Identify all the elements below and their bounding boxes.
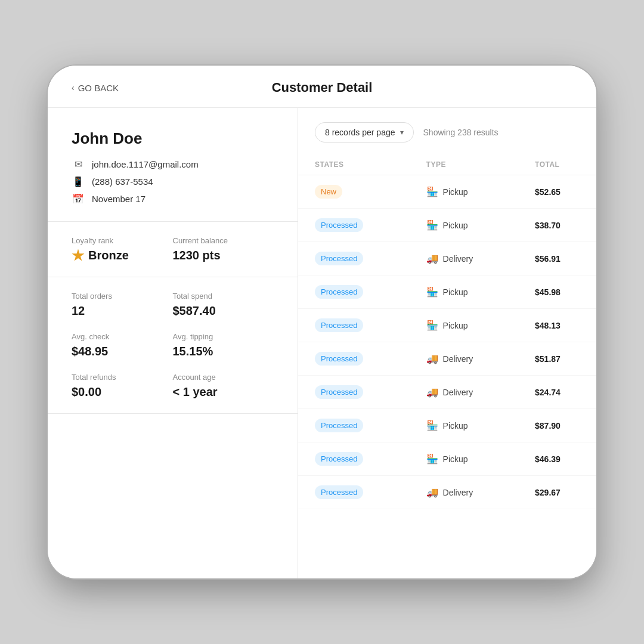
table-row[interactable]: Processed🚚Delivery$56.91 <box>298 242 596 275</box>
total-cell: $29.67 <box>518 476 596 509</box>
table-row[interactable]: Processed🏪Pickup$45.98 <box>298 275 596 309</box>
state-badge: Processed <box>315 252 363 265</box>
total-cell: $24.74 <box>518 376 596 409</box>
orders-table: STATES TYPE TOTAL New🏪Pickup$52.65Proces… <box>298 154 596 509</box>
state-badge: Processed <box>315 218 363 232</box>
table-row[interactable]: Processed🚚Delivery$51.87 <box>298 342 596 376</box>
account-age-stat: Account age < 1 year <box>173 373 274 399</box>
type-cell: 🏪Pickup <box>410 409 518 442</box>
type-cell: 🚚Delivery <box>410 242 518 275</box>
type-cell: 🚚Delivery <box>410 342 518 376</box>
per-page-label: 8 records per page <box>325 128 395 137</box>
table-row[interactable]: Processed🏪Pickup$87.90 <box>298 409 596 442</box>
state-cell: Processed <box>298 376 410 409</box>
customer-email: john.doe.1117@gmail.com <box>92 159 199 169</box>
go-back-button[interactable]: ‹ GO BACK <box>72 83 197 93</box>
col-states: STATES <box>298 154 410 175</box>
total-cell: $38.70 <box>518 209 596 242</box>
state-cell: Processed <box>298 309 410 342</box>
loyalty-badge-icon <box>72 249 85 262</box>
delivery-icon: 🚚 <box>426 353 438 364</box>
total-orders-label: Total orders <box>72 292 173 301</box>
birthday-row: 📅 November 17 <box>72 193 274 205</box>
total-refunds-stat: Total refunds $0.00 <box>72 373 173 399</box>
email-row: ✉ john.doe.1117@gmail.com <box>72 159 274 170</box>
divider-1 <box>48 221 298 222</box>
type-label: Pickup <box>443 421 468 431</box>
state-badge: Processed <box>315 419 363 432</box>
phone-icon: 📱 <box>72 176 85 187</box>
state-badge: Processed <box>315 318 363 332</box>
current-balance-value: 1230 pts <box>173 249 274 262</box>
type-cell: 🚚Delivery <box>410 376 518 409</box>
page-title: Customer Detail <box>197 80 447 95</box>
total-spend-label: Total spend <box>173 292 274 301</box>
total-cell: $52.65 <box>518 175 596 209</box>
phone-row: 📱 (288) 637-5534 <box>72 176 274 187</box>
state-badge: Processed <box>315 385 363 399</box>
state-badge: New <box>315 185 342 199</box>
email-icon: ✉ <box>72 159 85 170</box>
total-cell: $56.91 <box>518 242 596 275</box>
contact-info: ✉ john.doe.1117@gmail.com 📱 (288) 637-55… <box>72 159 274 205</box>
table-row[interactable]: Processed🏪Pickup$38.70 <box>298 209 596 242</box>
state-cell: Processed <box>298 209 410 242</box>
state-badge: Processed <box>315 285 363 299</box>
pickup-icon: 🏪 <box>426 186 438 197</box>
current-balance-stat: Current balance 1230 pts <box>173 236 274 262</box>
main-content: John Doe ✉ john.doe.1117@gmail.com 📱 (28… <box>48 108 596 578</box>
section-divider-1 <box>48 277 298 277</box>
type-label: Pickup <box>443 321 468 330</box>
orders-table-container: STATES TYPE TOTAL New🏪Pickup$52.65Proces… <box>298 154 596 578</box>
left-panel: John Doe ✉ john.doe.1117@gmail.com 📱 (28… <box>48 108 298 578</box>
state-cell: Processed <box>298 409 410 442</box>
avg-check-label: Avg. check <box>72 332 173 341</box>
type-label: Pickup <box>443 221 468 230</box>
state-badge: Processed <box>315 485 363 499</box>
section-divider-2 <box>48 413 298 414</box>
state-cell: Processed <box>298 476 410 509</box>
delivery-icon: 🚚 <box>426 487 438 498</box>
loyalty-row: Loyalty rank Bronze Current balance 1230… <box>72 236 274 262</box>
check-row: Avg. check $48.95 Avg. tipping 15.15% <box>72 332 274 358</box>
total-spend-stat: Total spend $587.40 <box>173 292 274 318</box>
avg-tipping-label: Avg. tipping <box>173 332 274 341</box>
type-label: Delivery <box>443 354 473 364</box>
table-row[interactable]: New🏪Pickup$52.65 <box>298 175 596 209</box>
table-row[interactable]: Processed🏪Pickup$46.39 <box>298 442 596 476</box>
type-cell: 🚚Delivery <box>410 476 518 509</box>
table-row[interactable]: Processed🚚Delivery$29.67 <box>298 476 596 509</box>
pickup-icon: 🏪 <box>426 420 438 431</box>
col-type: TYPE <box>410 154 518 175</box>
table-row[interactable]: Processed🏪Pickup$48.13 <box>298 309 596 342</box>
go-back-label: GO BACK <box>78 83 119 93</box>
table-controls: 8 records per page ▾ Showing 238 results <box>298 122 596 154</box>
per-page-select[interactable]: 8 records per page ▾ <box>315 122 414 143</box>
chevron-down-icon: ▾ <box>400 128 404 137</box>
screen: ‹ GO BACK Customer Detail John Doe ✉ joh… <box>48 66 596 578</box>
right-panel: 8 records per page ▾ Showing 238 results… <box>298 108 596 578</box>
device-frame: ‹ GO BACK Customer Detail John Doe ✉ joh… <box>48 66 596 578</box>
state-cell: Processed <box>298 275 410 309</box>
loyalty-rank-value: Bronze <box>72 249 173 262</box>
total-orders-value: 12 <box>72 304 173 318</box>
table-row[interactable]: Processed🚚Delivery$24.74 <box>298 376 596 409</box>
total-cell: $46.39 <box>518 442 596 476</box>
pickup-icon: 🏪 <box>426 320 438 331</box>
type-cell: 🏪Pickup <box>410 442 518 476</box>
type-cell: 🏪Pickup <box>410 209 518 242</box>
orders-row: Total orders 12 Total spend $587.40 <box>72 292 274 318</box>
customer-phone: (288) 637-5534 <box>92 177 153 187</box>
total-orders-stat: Total orders 12 <box>72 292 173 318</box>
customer-name: John Doe <box>72 129 274 148</box>
type-label: Pickup <box>443 454 468 464</box>
table-header-row: STATES TYPE TOTAL <box>298 154 596 175</box>
total-cell: $48.13 <box>518 309 596 342</box>
state-badge: Processed <box>315 352 363 366</box>
avg-check-value: $48.95 <box>72 345 173 358</box>
state-cell: Processed <box>298 442 410 476</box>
state-cell: New <box>298 175 410 209</box>
type-label: Delivery <box>443 254 473 264</box>
header: ‹ GO BACK Customer Detail <box>48 66 596 108</box>
delivery-icon: 🚚 <box>426 386 438 398</box>
